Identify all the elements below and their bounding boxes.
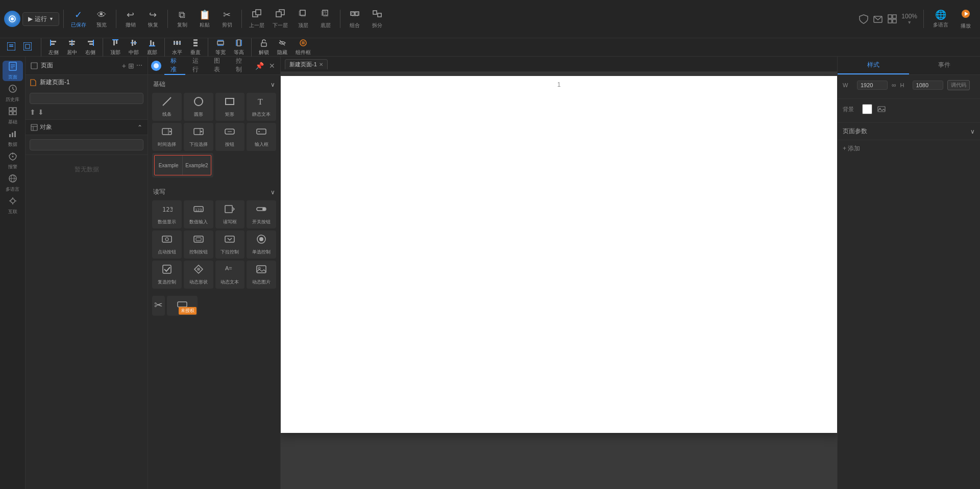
page-params-header[interactable]: 页面参数 ∨: [838, 123, 980, 140]
widget-item-dynamic-image[interactable]: 动态图片: [247, 261, 276, 289]
widget-item-radio-ctrl[interactable]: 单选控制: [247, 230, 276, 259]
canvas-area[interactable]: [281, 72, 837, 489]
unlock-btn[interactable]: 解锁: [256, 38, 272, 57]
bring-to-front-button[interactable]: 顶层: [293, 7, 313, 31]
bg-image-icon[interactable]: [876, 104, 887, 114]
add-param-button[interactable]: + 添加: [838, 140, 980, 157]
widget-item-dynamic-text[interactable]: A= 动态文本: [215, 261, 245, 289]
widget-basic-header[interactable]: 基础 ∨: [152, 78, 276, 91]
bring-forward-button[interactable]: 上一层: [246, 7, 267, 31]
preview-button[interactable]: 👁 预览: [91, 8, 112, 31]
align-right-panel-btn[interactable]: [20, 41, 35, 53]
checkbox-ctrl-icon: [161, 264, 173, 277]
play-button[interactable]: 播放: [955, 7, 976, 32]
width-input[interactable]: [857, 81, 888, 90]
bg-color-swatch[interactable]: [862, 104, 872, 114]
save-button[interactable]: ✓ 已保存: [68, 7, 89, 31]
align-center-btn[interactable]: 居中: [64, 38, 80, 57]
widget-tab-standard[interactable]: 标准: [164, 57, 185, 75]
multilang-button[interactable]: 🌐 多语言: [930, 7, 951, 31]
widget-item-num-display[interactable]: 123 数值显示: [152, 200, 182, 228]
mail-icon-btn[interactable]: [873, 14, 883, 24]
equal-height-btn[interactable]: 等高: [231, 38, 247, 57]
widget-item-input-box[interactable]: 输入框: [247, 123, 276, 151]
align-bottom-btn[interactable]: 底部: [144, 38, 160, 57]
redo-button[interactable]: ↪ 恢复: [143, 7, 163, 31]
expand-page-btn[interactable]: ⊞: [128, 62, 134, 70]
group-button[interactable]: 组合: [345, 7, 365, 31]
shield-icon-btn[interactable]: [859, 14, 869, 24]
upload-btn[interactable]: ⬆: [30, 108, 36, 116]
align-right-btn[interactable]: 右侧: [82, 38, 99, 57]
align-divider-4: [208, 38, 208, 57]
ungroup-button[interactable]: 拆分: [367, 7, 387, 31]
page-editor-tab-item[interactable]: 新建页面-1 ✕: [285, 59, 328, 69]
distribute-v-btn[interactable]: 垂直: [187, 38, 204, 57]
widget-tab-run[interactable]: 运行: [186, 57, 207, 75]
page-editor-tab-close[interactable]: ✕: [319, 62, 323, 67]
align-top-btn[interactable]: 顶部: [107, 38, 124, 57]
copy-button[interactable]: ⧉ 复制: [172, 8, 192, 31]
widget-item-push-btn[interactable]: 点动按钮: [152, 230, 182, 259]
sidebar-item-page[interactable]: 页面: [3, 61, 23, 81]
height-input[interactable]: [913, 81, 943, 90]
widget-readwrite-header[interactable]: 读写 ∨: [152, 186, 276, 198]
code-button[interactable]: 调代码: [947, 80, 970, 90]
svg-rect-121: [257, 266, 266, 273]
align-left-btn[interactable]: 左侧: [45, 38, 62, 57]
widget-item-circle[interactable]: 圆形: [184, 93, 213, 121]
undo-button[interactable]: ↩ 撤销: [120, 7, 141, 31]
widget-item-time-select[interactable]: 时间选择: [152, 123, 182, 151]
widget-pin-btn[interactable]: 📌: [253, 62, 266, 70]
widget-tab-chart[interactable]: 图表: [208, 57, 229, 75]
right-panel-tab-style[interactable]: 样式: [838, 57, 909, 74]
widget-item-toggle-btn[interactable]: 开关按钮: [247, 200, 276, 228]
widget-item-button[interactable]: 按钮: [215, 123, 245, 151]
sidebar-item-connect[interactable]: 互联: [3, 195, 23, 216]
sidebar-item-multilang[interactable]: 多语言: [3, 173, 23, 193]
widget-item-ctrl-btn[interactable]: 控制按钮: [184, 230, 213, 259]
widget-item-rect[interactable]: 矩形: [215, 93, 245, 121]
link-dimensions-btn[interactable]: ∞: [892, 82, 896, 89]
sidebar-item-basic[interactable]: 基础: [3, 106, 23, 126]
distribute-h-btn[interactable]: 水平: [169, 38, 185, 57]
widget-item-locked-2[interactable]: 未授权: [167, 296, 198, 316]
widget-item-checkbox-ctrl[interactable]: 复选控制: [152, 261, 182, 289]
widget-item-tab[interactable]: Example Example2: [152, 153, 213, 177]
hide-btn[interactable]: 隐藏: [274, 38, 290, 57]
widget-item-dropdown-select[interactable]: 下拉选择: [184, 123, 213, 151]
widget-close-btn[interactable]: ✕: [267, 62, 277, 70]
run-button[interactable]: ▶ 运行 ▼: [22, 12, 59, 26]
right-panel-tab-event[interactable]: 事件: [909, 57, 981, 74]
sidebar-item-report[interactable]: 报警: [3, 150, 23, 171]
download-btn[interactable]: ⬇: [38, 108, 44, 116]
widget-item-dropdown-ctrl[interactable]: 下拉控制: [215, 230, 245, 259]
align-left-panel-btn[interactable]: [4, 41, 18, 53]
align-middle-btn[interactable]: 中部: [126, 38, 142, 57]
grid-icon-btn[interactable]: [887, 14, 897, 24]
widget-tab-control[interactable]: 控制: [230, 57, 251, 75]
zoom-display[interactable]: 100% ▼: [901, 13, 917, 25]
equal-width-btn[interactable]: 等宽: [212, 38, 229, 57]
widget-item-num-input[interactable]: 123 数值输入: [184, 200, 213, 228]
page-item-1[interactable]: 新建页面-1: [26, 75, 148, 90]
sidebar-item-data[interactable]: 数据: [3, 128, 23, 148]
add-page-btn[interactable]: +: [122, 62, 126, 70]
send-to-back-button[interactable]: 底层: [315, 7, 336, 31]
svg-rect-3: [256, 10, 261, 15]
send-backward-button[interactable]: 下一层: [270, 7, 291, 31]
component-box-btn[interactable]: 组件框: [292, 38, 314, 57]
widget-item-static-text[interactable]: T 静态文本: [247, 93, 276, 121]
canvas-page[interactable]: [281, 76, 837, 433]
widget-item-dynamic-shape[interactable]: 动态形状: [184, 261, 213, 289]
cut-button[interactable]: ✂ 剪切: [217, 7, 237, 31]
sidebar-item-history[interactable]: 历史库: [3, 83, 23, 104]
widget-item-locked-1[interactable]: ✂: [152, 296, 165, 316]
paste-button[interactable]: 📋 粘贴: [194, 7, 215, 31]
object-section-expand-btn[interactable]: ⌃: [137, 124, 142, 131]
widget-item-readwrite-box[interactable]: 读写框: [215, 200, 245, 228]
widget-item-line[interactable]: 线条: [152, 93, 182, 121]
page-search-input[interactable]: [30, 93, 143, 104]
more-page-btn[interactable]: ⋯: [136, 62, 142, 70]
object-search-input[interactable]: [30, 139, 143, 150]
